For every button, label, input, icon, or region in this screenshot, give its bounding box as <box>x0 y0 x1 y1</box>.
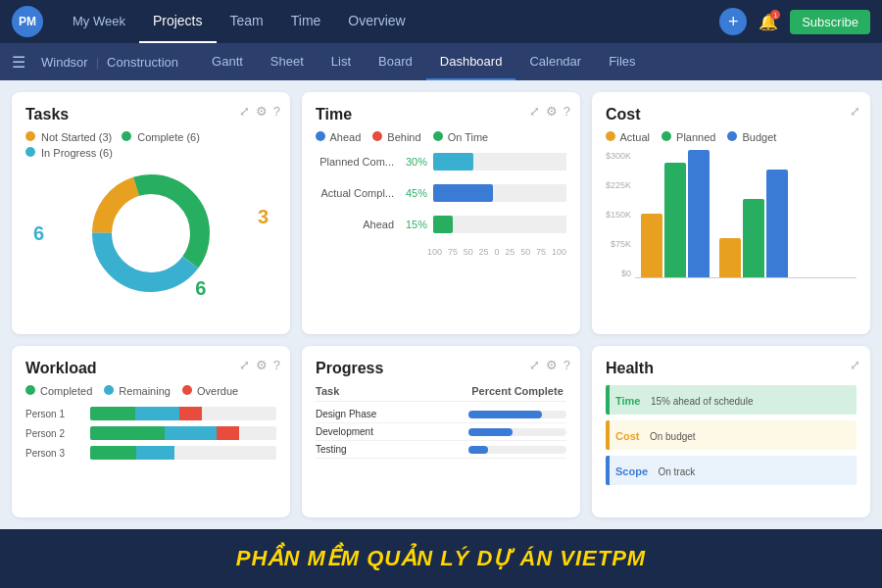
time-settings-icon[interactable]: ⚙ <box>546 104 558 119</box>
nav-projects[interactable]: Projects <box>139 0 217 43</box>
workload-row-3: Person 3 <box>25 446 276 460</box>
tasks-card: Tasks ⤢ ⚙ ? Not Started (3) Complete (6)… <box>12 92 290 334</box>
progress-row-3: Testing <box>316 441 566 459</box>
progress-fill-2 <box>468 428 513 436</box>
workload-settings-icon[interactable]: ⚙ <box>256 358 268 372</box>
cost-bar-group-1 <box>641 150 710 277</box>
workload-actions: ⤢ ⚙ ? <box>239 358 280 372</box>
progress-task-2: Development <box>316 426 461 437</box>
health-time-label: Time <box>615 395 640 407</box>
bar-row-actual: Actual Compl... 45% <box>316 184 566 202</box>
tab-list[interactable]: List <box>318 43 365 80</box>
tasks-legend: Not Started (3) Complete (6) In Progress… <box>25 131 276 159</box>
workload-fill-3 <box>90 446 174 460</box>
cost-bar-actual-1 <box>641 214 662 277</box>
time-help-icon[interactable]: ? <box>564 104 570 119</box>
workload-legend: Completed Remaining Overdue <box>25 385 276 397</box>
tab-board[interactable]: Board <box>365 43 426 80</box>
notification-bell[interactable]: 🔔 1 <box>755 8 782 35</box>
health-card: Health ⤢ Time 15% ahead of schedule Cost… <box>592 346 870 517</box>
workload-expand-icon[interactable]: ⤢ <box>239 358 250 372</box>
tab-dashboard[interactable]: Dashboard <box>426 43 516 80</box>
health-expand-icon[interactable]: ⤢ <box>850 358 860 372</box>
legend-remaining-wl: Remaining <box>104 385 171 397</box>
nav-overview[interactable]: Overview <box>334 0 418 43</box>
workload-bar-3 <box>90 446 276 460</box>
cost-bar-budget-2 <box>766 170 788 277</box>
y-label-225k: $225K <box>606 180 631 190</box>
workload-row-2: Person 2 <box>25 426 276 440</box>
progress-expand-icon[interactable]: ⤢ <box>529 358 540 372</box>
cost-legend: Actual Planned Budget <box>606 131 857 143</box>
sub-nav-links: Gantt Sheet List Board Dashboard Calenda… <box>198 43 870 80</box>
time-expand-icon[interactable]: ⤢ <box>529 104 540 119</box>
workload-person-3: Person 3 <box>25 448 84 459</box>
donut-in-progress-count: 6 <box>33 222 44 245</box>
tasks-settings-icon[interactable]: ⚙ <box>256 104 268 119</box>
progress-fill-1 <box>468 411 542 418</box>
legend-on-time: On Time <box>433 131 489 143</box>
bottom-banner-text: Phần Mềm Quản Lý Dự Án VietPM <box>236 546 646 571</box>
bar-row-ahead: Ahead 15% <box>316 216 566 233</box>
nav-team[interactable]: Team <box>217 0 277 43</box>
top-nav: PM My Week Projects Team Time Overview +… <box>0 0 882 43</box>
bar-track-ahead <box>433 216 566 233</box>
bar-row-planned: Planned Com... 30% <box>316 153 566 171</box>
bar-value-ahead: 15% <box>400 219 427 230</box>
health-actions: ⤢ <box>850 358 860 372</box>
in-progress-dot <box>25 147 35 157</box>
bar-label-actual: Actual Compl... <box>316 187 394 199</box>
progress-bar-3 <box>468 446 566 454</box>
tasks-expand-icon[interactable]: ⤢ <box>239 104 250 119</box>
logo-icon: PM <box>12 6 43 37</box>
workload-person-2: Person 2 <box>25 428 84 439</box>
complete-dot <box>122 131 131 141</box>
workload-person-1: Person 1 <box>25 409 84 419</box>
tab-files[interactable]: Files <box>595 43 649 80</box>
nav-time[interactable]: Time <box>277 0 335 43</box>
progress-actions: ⤢ ⚙ ? <box>529 358 570 372</box>
workload-fill-1 <box>90 407 202 420</box>
progress-help-icon[interactable]: ? <box>564 358 570 372</box>
workload-help-icon[interactable]: ? <box>273 358 280 372</box>
health-status-cost: Cost On budget <box>606 420 857 450</box>
cost-expand-icon[interactable]: ⤢ <box>850 104 860 119</box>
tab-calendar[interactable]: Calendar <box>515 43 595 80</box>
sub-nav: ☰ Windsor | Construction Gantt Sheet Lis… <box>0 43 882 80</box>
cost-actions: ⤢ <box>850 104 860 119</box>
tasks-help-icon[interactable]: ? <box>273 104 280 119</box>
legend-completed-wl: Completed <box>25 385 92 397</box>
progress-settings-icon[interactable]: ⚙ <box>546 358 558 372</box>
workload-fill-2 <box>90 426 239 440</box>
tab-sheet[interactable]: Sheet <box>257 43 318 80</box>
health-cost-label: Cost <box>615 430 639 442</box>
hamburger-icon[interactable]: ☰ <box>12 53 25 72</box>
time-bar-chart: Planned Com... 30% Actual Compl... 45% A… <box>316 153 566 257</box>
legend-budget: Budget <box>727 131 776 143</box>
donut-chart: 6 3 6 <box>25 165 276 302</box>
add-button[interactable]: + <box>719 8 747 35</box>
legend-behind: Behind <box>372 131 420 143</box>
my-week-link[interactable]: My Week <box>59 0 139 43</box>
workload-bar-2 <box>90 426 276 440</box>
progress-bar-1 <box>468 411 566 418</box>
progress-table-header: Task Percent Complete <box>316 385 566 402</box>
tab-gantt[interactable]: Gantt <box>198 43 257 80</box>
progress-row-2: Development <box>316 423 566 441</box>
cost-bar-planned-2 <box>743 199 764 277</box>
planned-dot <box>662 131 671 141</box>
bottom-banner: Phần Mềm Quản Lý Dự Án VietPM <box>0 529 882 588</box>
notification-badge: 1 <box>770 10 780 20</box>
brand-name-2: Construction <box>107 55 178 70</box>
workload-chart: Person 1 Person 2 Person 3 <box>25 407 276 460</box>
cost-chart-area: $300K $225K $150K $75K $0 <box>606 151 857 278</box>
progress-fill-3 <box>468 446 488 454</box>
overdue-wl-dot <box>182 385 192 395</box>
subscribe-button[interactable]: Subscribe <box>790 10 870 34</box>
time-legend: Ahead Behind On Time <box>316 131 566 143</box>
top-nav-links: Projects Team Time Overview <box>139 0 719 43</box>
legend-planned-cost: Planned <box>662 131 715 143</box>
top-nav-right: + 🔔 1 Subscribe <box>719 8 870 35</box>
health-time-text: 15% ahead of schedule <box>651 396 754 407</box>
progress-task-3: Testing <box>316 444 461 455</box>
